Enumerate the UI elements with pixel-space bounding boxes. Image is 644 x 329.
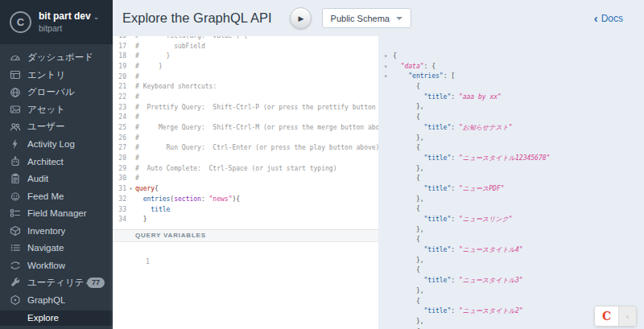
- field-list-icon: [10, 208, 21, 219]
- query-editor-line: 25# Merge Query: Shift-Ctrl-M (or press …: [113, 123, 378, 134]
- sidebar-item-field-list[interactable]: Field Manager: [0, 205, 113, 223]
- sidebar-item-graphql[interactable]: GraphQL: [0, 291, 113, 309]
- sidebar-item-gauge[interactable]: ダッシュボード: [0, 49, 113, 67]
- site-switcher[interactable]: C bit part dev⌄ bitpart: [0, 0, 113, 44]
- workflow-icon: [10, 260, 21, 271]
- line-number: 23: [113, 103, 126, 113]
- run-query-button[interactable]: ▶: [290, 7, 312, 29]
- clipboard-icon: [10, 173, 21, 184]
- fold-arrow-icon[interactable]: ▾: [378, 72, 393, 82]
- response-line: {: [378, 204, 644, 215]
- fold-arrow-icon[interactable]: ▾: [126, 184, 135, 195]
- topbar: Explore the GraphQL API ▶ Public Schema …: [113, 0, 644, 36]
- widget-collapse-button[interactable]: ‹: [618, 306, 636, 326]
- query-variables-header[interactable]: QUERY VARIABLES: [113, 229, 378, 242]
- line-number: 26: [113, 134, 126, 144]
- response-line: "title": "ニュースタイトル3": [378, 276, 644, 286]
- site-meta: bit part dev⌄ bitpart: [39, 11, 99, 33]
- query-editor-line: 21# Keyboard shortcuts:: [113, 82, 378, 93]
- sidebar-item-clipboard[interactable]: Audit: [0, 171, 113, 188]
- query-editor-line: 32 entries(section: "news"){: [113, 195, 378, 205]
- craft-logo-button[interactable]: C: [595, 306, 618, 326]
- response-line: },: [378, 164, 644, 175]
- schema-select[interactable]: Public Schema: [322, 8, 411, 28]
- sidebar-item-photo[interactable]: アセット: [0, 101, 113, 119]
- sidebar: C bit part dev⌄ bitpart ダッシュボードエントリグローバル…: [0, 0, 113, 329]
- sidebar-item-cube[interactable]: Inventory: [0, 222, 113, 240]
- sidebar-item-label: Inventory: [27, 226, 65, 236]
- query-editor-line: 29# Auto Complete: Ctrl-Space (or just s…: [113, 164, 378, 175]
- docs-link[interactable]: ‹ Docs: [594, 12, 623, 24]
- list-icon: [10, 242, 21, 253]
- line-number: 18: [113, 51, 126, 62]
- sidebar-item-bolt[interactable]: Activity Log: [0, 136, 113, 154]
- robot-icon: [10, 156, 21, 167]
- site-name: bit part dev⌄: [39, 11, 99, 23]
- line-number: 17: [113, 42, 126, 52]
- query-editor[interactable]: 16# field(arg: "value") {17# subField18#…: [113, 36, 378, 229]
- sidebar-item-list[interactable]: Navigate: [0, 240, 113, 257]
- query-editor-line: 33 title: [113, 205, 378, 216]
- count-badge: 77: [87, 278, 105, 288]
- query-editor-line: 26#: [113, 134, 378, 144]
- fold-arrow-icon[interactable]: ▾: [378, 62, 393, 72]
- line-number: 1: [136, 257, 150, 268]
- fold-arrow-icon[interactable]: ▾: [378, 51, 393, 62]
- sidebar-item-users[interactable]: ユーザー: [0, 118, 113, 136]
- response-line: },: [378, 225, 644, 236]
- line-number: 34: [113, 215, 126, 225]
- line-number: 31: [113, 184, 126, 195]
- sidebar-subnav: ExploreSchemas: [0, 310, 113, 329]
- chevron-left-icon: ‹: [626, 311, 630, 321]
- sidebar-item-feed[interactable]: Feed Me: [0, 187, 113, 205]
- photo-icon: [10, 104, 21, 115]
- response-line: "title": "お知らせテスト": [378, 123, 644, 134]
- line-number: 19: [113, 62, 126, 72]
- feed-icon: [10, 191, 21, 202]
- line-number: 27: [113, 143, 126, 154]
- schema-select-label: Public Schema: [331, 14, 390, 23]
- query-editor-line: 24#: [113, 113, 378, 123]
- sidebar-item-label: Activity Log: [27, 139, 75, 149]
- sidebar-subitem-schemas[interactable]: Schemas: [0, 326, 113, 329]
- response-line: ▾ "entries": [: [378, 72, 644, 82]
- query-editor-line: 18# }: [113, 51, 378, 62]
- response-line: },: [378, 102, 644, 113]
- response-line: "title": "ニュースタイトル4": [378, 245, 644, 256]
- line-number: 28: [113, 154, 126, 164]
- globe-icon: [10, 87, 21, 98]
- play-icon: ▶: [299, 14, 304, 23]
- response-line: "title": "ニュースPDF": [378, 184, 644, 195]
- craft-logo-letter: C: [602, 310, 611, 323]
- sidebar-item-wrench[interactable]: ユーティリティ77: [0, 274, 113, 292]
- page-title: Explore the GraphQL API: [122, 10, 272, 26]
- sidebar-item-label: エントリ: [27, 69, 65, 81]
- response-line: {: [378, 113, 644, 123]
- sidebar-item-robot[interactable]: Architect: [0, 153, 113, 171]
- response-line: ▾ "data": {: [378, 62, 644, 72]
- query-editor-line: 23# Prettify Query: Shift-Ctrl-P (or pre…: [113, 103, 378, 113]
- query-editor-line: 34 }: [113, 215, 378, 225]
- query-editor-line: 27# Run Query: Ctrl-Enter (or press the …: [113, 143, 378, 154]
- sidebar-subitem-explore[interactable]: Explore: [0, 310, 113, 326]
- sidebar-item-workflow[interactable]: Workflow: [0, 257, 113, 274]
- gauge-icon: [10, 52, 21, 64]
- sidebar-item-label: Architect: [27, 157, 64, 167]
- line-number: 25: [113, 123, 126, 134]
- sidebar-item-label: アセット: [27, 104, 65, 116]
- query-editor-line: 19# }: [113, 62, 378, 72]
- variables-editor[interactable]: 1: [113, 242, 378, 329]
- response-pane: ▾{▾ "data": {▾ "entries": [ { "title": "…: [378, 36, 644, 329]
- line-number: 33: [113, 205, 126, 216]
- query-editor-line: 28#: [113, 154, 378, 164]
- sidebar-item-label: Navigate: [27, 243, 64, 253]
- site-handle: bitpart: [39, 23, 99, 33]
- sidebar-item-globe[interactable]: グローバル: [0, 84, 113, 101]
- entries-icon: [10, 69, 21, 80]
- sidebar-item-entries[interactable]: エントリ: [0, 67, 113, 84]
- sidebar-item-label: Feed Me: [27, 191, 64, 201]
- response-line: {: [378, 265, 644, 276]
- line-number: 24: [113, 113, 126, 123]
- sidebar-item-label: ユーティリティ: [27, 277, 87, 289]
- response-line: "title": "ニュースリンク": [378, 215, 644, 225]
